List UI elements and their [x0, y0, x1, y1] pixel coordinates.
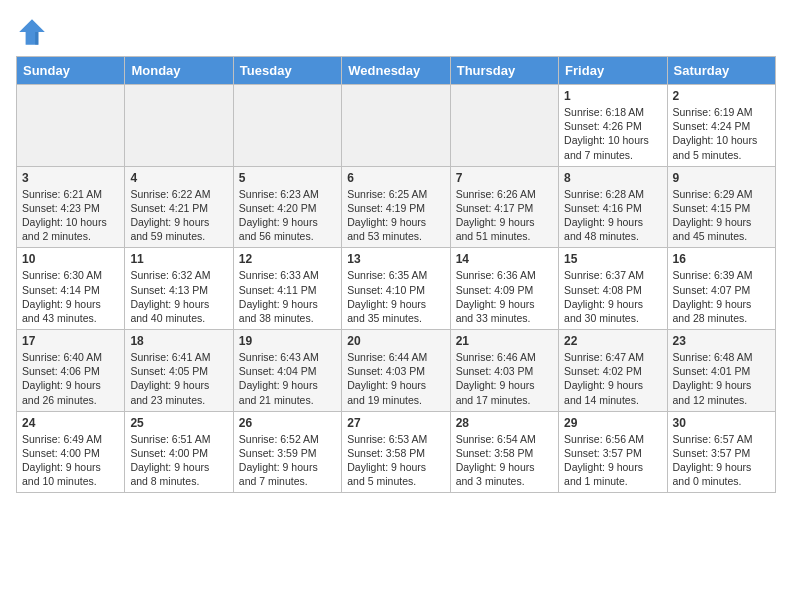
- calendar-cell: 30Sunrise: 6:57 AM Sunset: 3:57 PM Dayli…: [667, 411, 775, 493]
- day-header-monday: Monday: [125, 57, 233, 85]
- page-header: [16, 16, 776, 48]
- calendar-cell: 6Sunrise: 6:25 AM Sunset: 4:19 PM Daylig…: [342, 166, 450, 248]
- day-number: 20: [347, 334, 444, 348]
- day-info: Sunrise: 6:39 AM Sunset: 4:07 PM Dayligh…: [673, 268, 770, 325]
- day-number: 9: [673, 171, 770, 185]
- day-info: Sunrise: 6:25 AM Sunset: 4:19 PM Dayligh…: [347, 187, 444, 244]
- day-info: Sunrise: 6:46 AM Sunset: 4:03 PM Dayligh…: [456, 350, 553, 407]
- day-header-saturday: Saturday: [667, 57, 775, 85]
- day-info: Sunrise: 6:51 AM Sunset: 4:00 PM Dayligh…: [130, 432, 227, 489]
- calendar-cell: 23Sunrise: 6:48 AM Sunset: 4:01 PM Dayli…: [667, 330, 775, 412]
- calendar-cell: 20Sunrise: 6:44 AM Sunset: 4:03 PM Dayli…: [342, 330, 450, 412]
- week-row-3: 10Sunrise: 6:30 AM Sunset: 4:14 PM Dayli…: [17, 248, 776, 330]
- calendar-cell: 29Sunrise: 6:56 AM Sunset: 3:57 PM Dayli…: [559, 411, 667, 493]
- day-info: Sunrise: 6:37 AM Sunset: 4:08 PM Dayligh…: [564, 268, 661, 325]
- day-number: 7: [456, 171, 553, 185]
- day-number: 26: [239, 416, 336, 430]
- day-number: 14: [456, 252, 553, 266]
- day-info: Sunrise: 6:18 AM Sunset: 4:26 PM Dayligh…: [564, 105, 661, 162]
- day-number: 28: [456, 416, 553, 430]
- calendar-cell: 19Sunrise: 6:43 AM Sunset: 4:04 PM Dayli…: [233, 330, 341, 412]
- day-info: Sunrise: 6:41 AM Sunset: 4:05 PM Dayligh…: [130, 350, 227, 407]
- day-info: Sunrise: 6:28 AM Sunset: 4:16 PM Dayligh…: [564, 187, 661, 244]
- day-number: 19: [239, 334, 336, 348]
- day-header-friday: Friday: [559, 57, 667, 85]
- calendar-cell: 13Sunrise: 6:35 AM Sunset: 4:10 PM Dayli…: [342, 248, 450, 330]
- day-number: 8: [564, 171, 661, 185]
- day-number: 5: [239, 171, 336, 185]
- calendar-cell: 7Sunrise: 6:26 AM Sunset: 4:17 PM Daylig…: [450, 166, 558, 248]
- calendar-cell: [342, 85, 450, 167]
- day-header-tuesday: Tuesday: [233, 57, 341, 85]
- calendar-cell: 27Sunrise: 6:53 AM Sunset: 3:58 PM Dayli…: [342, 411, 450, 493]
- week-row-5: 24Sunrise: 6:49 AM Sunset: 4:00 PM Dayli…: [17, 411, 776, 493]
- day-info: Sunrise: 6:43 AM Sunset: 4:04 PM Dayligh…: [239, 350, 336, 407]
- calendar-header-row: SundayMondayTuesdayWednesdayThursdayFrid…: [17, 57, 776, 85]
- day-number: 1: [564, 89, 661, 103]
- day-info: Sunrise: 6:53 AM Sunset: 3:58 PM Dayligh…: [347, 432, 444, 489]
- day-number: 23: [673, 334, 770, 348]
- day-number: 21: [456, 334, 553, 348]
- day-number: 18: [130, 334, 227, 348]
- day-header-sunday: Sunday: [17, 57, 125, 85]
- day-info: Sunrise: 6:32 AM Sunset: 4:13 PM Dayligh…: [130, 268, 227, 325]
- day-number: 15: [564, 252, 661, 266]
- day-number: 2: [673, 89, 770, 103]
- day-info: Sunrise: 6:23 AM Sunset: 4:20 PM Dayligh…: [239, 187, 336, 244]
- day-info: Sunrise: 6:21 AM Sunset: 4:23 PM Dayligh…: [22, 187, 119, 244]
- calendar-cell: 17Sunrise: 6:40 AM Sunset: 4:06 PM Dayli…: [17, 330, 125, 412]
- day-number: 27: [347, 416, 444, 430]
- day-number: 29: [564, 416, 661, 430]
- day-number: 10: [22, 252, 119, 266]
- day-info: Sunrise: 6:56 AM Sunset: 3:57 PM Dayligh…: [564, 432, 661, 489]
- svg-marker-0: [19, 19, 45, 45]
- day-info: Sunrise: 6:36 AM Sunset: 4:09 PM Dayligh…: [456, 268, 553, 325]
- calendar-cell: 16Sunrise: 6:39 AM Sunset: 4:07 PM Dayli…: [667, 248, 775, 330]
- day-number: 30: [673, 416, 770, 430]
- calendar-cell: 4Sunrise: 6:22 AM Sunset: 4:21 PM Daylig…: [125, 166, 233, 248]
- calendar-table: SundayMondayTuesdayWednesdayThursdayFrid…: [16, 56, 776, 493]
- calendar-cell: 10Sunrise: 6:30 AM Sunset: 4:14 PM Dayli…: [17, 248, 125, 330]
- calendar-cell: 18Sunrise: 6:41 AM Sunset: 4:05 PM Dayli…: [125, 330, 233, 412]
- day-number: 12: [239, 252, 336, 266]
- day-number: 13: [347, 252, 444, 266]
- calendar-cell: 9Sunrise: 6:29 AM Sunset: 4:15 PM Daylig…: [667, 166, 775, 248]
- calendar-cell: 25Sunrise: 6:51 AM Sunset: 4:00 PM Dayli…: [125, 411, 233, 493]
- day-number: 6: [347, 171, 444, 185]
- logo: [16, 16, 52, 48]
- calendar-cell: [125, 85, 233, 167]
- day-info: Sunrise: 6:35 AM Sunset: 4:10 PM Dayligh…: [347, 268, 444, 325]
- logo-icon: [16, 16, 48, 48]
- calendar-cell: 15Sunrise: 6:37 AM Sunset: 4:08 PM Dayli…: [559, 248, 667, 330]
- calendar-cell: [450, 85, 558, 167]
- calendar-cell: 5Sunrise: 6:23 AM Sunset: 4:20 PM Daylig…: [233, 166, 341, 248]
- calendar-cell: 26Sunrise: 6:52 AM Sunset: 3:59 PM Dayli…: [233, 411, 341, 493]
- day-header-wednesday: Wednesday: [342, 57, 450, 85]
- day-info: Sunrise: 6:33 AM Sunset: 4:11 PM Dayligh…: [239, 268, 336, 325]
- day-info: Sunrise: 6:47 AM Sunset: 4:02 PM Dayligh…: [564, 350, 661, 407]
- calendar-cell: 21Sunrise: 6:46 AM Sunset: 4:03 PM Dayli…: [450, 330, 558, 412]
- calendar-cell: [233, 85, 341, 167]
- day-info: Sunrise: 6:57 AM Sunset: 3:57 PM Dayligh…: [673, 432, 770, 489]
- week-row-1: 1Sunrise: 6:18 AM Sunset: 4:26 PM Daylig…: [17, 85, 776, 167]
- day-number: 16: [673, 252, 770, 266]
- calendar-cell: 24Sunrise: 6:49 AM Sunset: 4:00 PM Dayli…: [17, 411, 125, 493]
- day-number: 3: [22, 171, 119, 185]
- day-info: Sunrise: 6:40 AM Sunset: 4:06 PM Dayligh…: [22, 350, 119, 407]
- day-header-thursday: Thursday: [450, 57, 558, 85]
- day-number: 22: [564, 334, 661, 348]
- calendar-cell: 14Sunrise: 6:36 AM Sunset: 4:09 PM Dayli…: [450, 248, 558, 330]
- day-info: Sunrise: 6:54 AM Sunset: 3:58 PM Dayligh…: [456, 432, 553, 489]
- calendar-cell: [17, 85, 125, 167]
- day-number: 24: [22, 416, 119, 430]
- calendar-cell: 28Sunrise: 6:54 AM Sunset: 3:58 PM Dayli…: [450, 411, 558, 493]
- day-info: Sunrise: 6:44 AM Sunset: 4:03 PM Dayligh…: [347, 350, 444, 407]
- calendar-cell: 22Sunrise: 6:47 AM Sunset: 4:02 PM Dayli…: [559, 330, 667, 412]
- calendar-cell: 12Sunrise: 6:33 AM Sunset: 4:11 PM Dayli…: [233, 248, 341, 330]
- day-info: Sunrise: 6:26 AM Sunset: 4:17 PM Dayligh…: [456, 187, 553, 244]
- day-number: 25: [130, 416, 227, 430]
- day-info: Sunrise: 6:30 AM Sunset: 4:14 PM Dayligh…: [22, 268, 119, 325]
- calendar-cell: 11Sunrise: 6:32 AM Sunset: 4:13 PM Dayli…: [125, 248, 233, 330]
- calendar-cell: 1Sunrise: 6:18 AM Sunset: 4:26 PM Daylig…: [559, 85, 667, 167]
- calendar-cell: 3Sunrise: 6:21 AM Sunset: 4:23 PM Daylig…: [17, 166, 125, 248]
